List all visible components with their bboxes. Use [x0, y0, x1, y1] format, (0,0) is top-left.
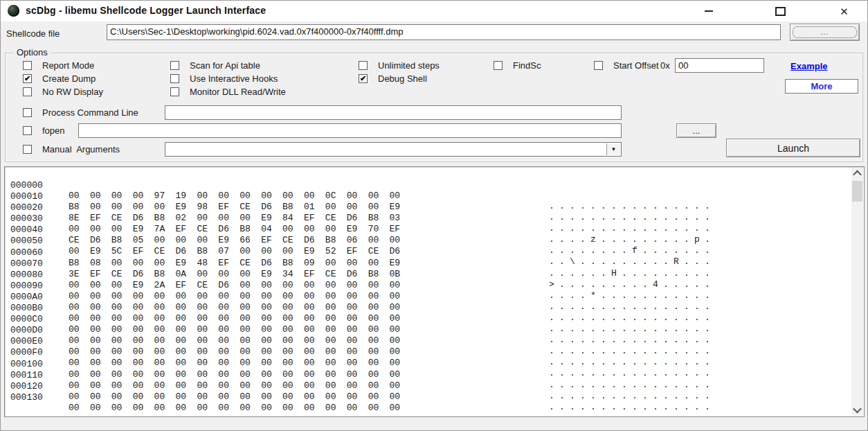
hexdump-row: 0000A0 00 00 00 00 00 00 00 00 00 00 00 … [5, 281, 851, 292]
manual-arguments-combobox[interactable]: ▼ [165, 142, 622, 157]
start-offset-input[interactable]: 00 [675, 58, 764, 73]
options-legend: Options [13, 47, 51, 58]
hexdump-row: 0000D0 00 00 00 00 00 00 00 00 00 00 00 … [5, 315, 851, 326]
checkbox-fopen[interactable]: ✔ [23, 126, 32, 135]
close-button[interactable]: ✕ [829, 1, 860, 21]
hexdump-row: 000100 00 00 00 00 00 00 00 00 00 00 00 … [5, 349, 851, 360]
hexdump-row: 000090 00 00 00 00 00 00 00 00 00 00 00 … [5, 270, 851, 281]
fopen-input[interactable] [78, 123, 622, 138]
scan-api-table-label: Scan for Api table [190, 60, 260, 71]
window-title: scDbg - libemu Shellcode Logger Launch I… [26, 5, 266, 16]
hexdump-row: 000010 B8 00 00 00 00 E9 98 EF CE D6 B8 … [5, 181, 851, 192]
hexdump-row: 0000E0 00 00 00 00 00 00 00 00 00 00 00 … [5, 326, 851, 337]
scrollbar-thumb[interactable] [852, 181, 862, 202]
checkbox-findsc[interactable]: ✔ [494, 61, 503, 70]
report-mode-label: Report Mode [42, 60, 94, 71]
start-offset-label: Start Offset [613, 60, 659, 71]
scroll-down-button[interactable] [851, 404, 863, 416]
checkbox-process-command-line[interactable]: ✔ [23, 108, 32, 117]
hexdump-row: 000030 00 00 00 E9 7A EF CE D6 B8 04 00 … [5, 203, 851, 214]
checkbox-create-dump[interactable]: ✔ [23, 74, 32, 83]
hexdump-row: 000120 00 00 00 00 00 00 00 00 00 00 00 … [5, 371, 851, 382]
checkbox-monitor-dll[interactable]: ✔ [170, 87, 179, 96]
example-link[interactable]: Example [790, 61, 827, 71]
minimize-icon [705, 10, 713, 12]
hexdump-row: 000020 8E EF CE D6 B8 02 00 00 00 E9 84 … [5, 192, 851, 203]
hexdump-row: 000070 3E EF CE D6 B8 0A 00 00 00 E9 34 … [5, 248, 851, 259]
debug-shell-label: Debug Shell [378, 73, 427, 84]
hexdump-row: 000060 B8 08 00 00 00 E9 48 EF CE D6 B8 … [5, 237, 851, 248]
hexdump-row: 000130 00 00 00 00 00 00 00 00 00 00 00 … [5, 382, 851, 393]
browse-file-focus-ring: ... [793, 26, 857, 38]
titlebar: scDbg - libemu Shellcode Logger Launch I… [1, 1, 867, 21]
hexdump-row: 000050 00 E9 5C EF CE D6 B8 07 00 00 00 … [5, 225, 851, 236]
hexdump-row: 0000C0 00 00 00 00 00 00 00 00 00 00 00 … [5, 304, 851, 315]
hexdump-row: 000110 00 00 00 00 00 00 00 00 00 00 00 … [5, 360, 851, 371]
launch-button[interactable]: Launch [726, 139, 860, 157]
check-icon: ✔ [360, 75, 366, 82]
interactive-hooks-label: Use Interactive Hooks [190, 73, 278, 84]
checkbox-report-mode[interactable]: ✔ [23, 61, 32, 70]
hex-ascii: ................ [549, 402, 715, 412]
scroll-up-button[interactable] [851, 168, 863, 179]
hex-bytes: 00 00 00 00 00 00 00 00 00 00 00 00 00 0… [69, 403, 400, 413]
findsc-label: FindSc [513, 60, 541, 71]
hexdump-row: 000080 00 00 00 E9 2A EF CE D6 00 00 00 … [5, 259, 851, 270]
unlimited-steps-label: Unlimited steps [378, 60, 440, 71]
minimize-button[interactable] [693, 1, 724, 21]
no-rw-display-label: No RW Display [42, 87, 103, 97]
app-window: scDbg - libemu Shellcode Logger Launch I… [0, 0, 868, 431]
fopen-browse-button[interactable]: ... [676, 123, 716, 138]
hex-ascii: ................ [549, 413, 715, 417]
app-icon [8, 5, 19, 17]
process-command-line-input[interactable] [165, 105, 622, 120]
chevron-down-icon: ▼ [611, 146, 617, 152]
chevron-down-icon [853, 405, 862, 414]
process-command-line-label: Process Command Line [42, 107, 138, 118]
checkbox-interactive-hooks[interactable]: ✔ [170, 74, 179, 83]
hexdump-panel[interactable]: 000000 00 00 00 00 97 19 00 00 00 00 00 … [4, 166, 865, 417]
vertical-scrollbar[interactable] [851, 168, 863, 416]
monitor-dll-label: Monitor DLL Read/Write [190, 87, 286, 97]
checkbox-start-offset[interactable] [594, 61, 603, 70]
fopen-label: fopen [42, 125, 65, 136]
hex-offset: 000130 [10, 392, 43, 403]
browse-file-button[interactable]: ... [790, 24, 860, 41]
checkbox-manual-arguments[interactable]: ✔ [23, 145, 32, 154]
hexdump-row: 000040 CE D6 B8 05 00 00 00 E9 66 EF CE … [5, 214, 851, 225]
chevron-up-icon [853, 170, 862, 179]
start-offset-prefix: 0x [660, 60, 670, 71]
checkbox-debug-shell[interactable]: ✔ [359, 74, 368, 83]
maximize-icon [775, 7, 786, 16]
hexdump-row: 0000B0 00 00 00 00 00 00 00 00 00 00 00 … [5, 292, 851, 304]
close-icon: ✕ [840, 6, 849, 17]
maximize-button[interactable] [765, 1, 796, 21]
checkbox-no-rw-display[interactable]: ✔ [23, 87, 32, 96]
hex-bytes: 00 00 00 00 00 00 00 00 00 00 00 00 00 0… [69, 392, 400, 402]
more-button[interactable]: More [785, 79, 858, 94]
checkbox-scan-api-table[interactable]: ✔ [170, 61, 179, 70]
shellcode-file-label: Shellcode file [6, 28, 60, 39]
hexdump-rows: 000000 00 00 00 00 97 19 00 00 00 00 00 … [5, 170, 851, 393]
combo-dropdown-button[interactable]: ▼ [606, 143, 620, 155]
manual-arguments-label: Manual Arguments [42, 144, 120, 155]
create-dump-label: Create Dump [42, 73, 96, 84]
check-icon: ✔ [24, 75, 30, 82]
checkbox-unlimited-steps[interactable]: ✔ [359, 61, 368, 70]
hexdump-row: 0000F0 00 00 00 00 00 00 00 00 00 00 00 … [5, 337, 851, 348]
hexdump-row: 000000 00 00 00 00 97 19 00 00 00 00 00 … [5, 170, 851, 181]
shellcode-file-input[interactable]: C:\Users\Sec-1\Desktop\working\pid.6024.… [107, 24, 781, 40]
